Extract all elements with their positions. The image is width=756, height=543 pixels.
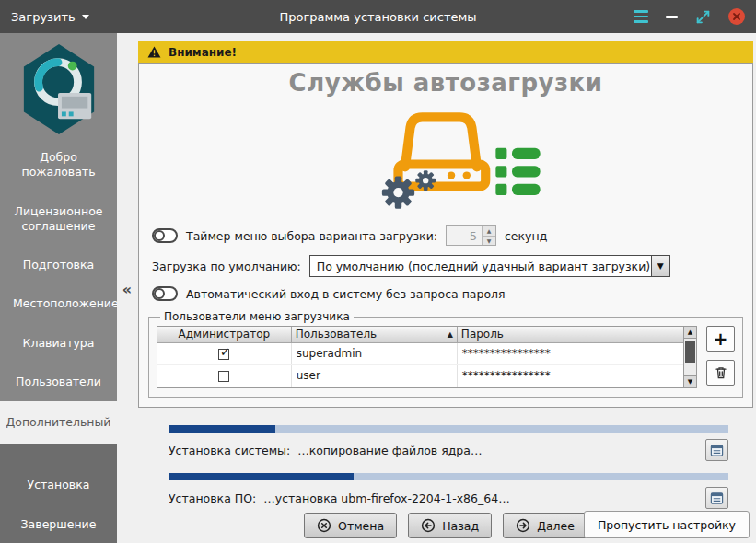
- software-progress-fill: [169, 473, 354, 480]
- system-progress-fill: [169, 425, 275, 433]
- page-title: Службы автозагрузки: [139, 69, 752, 97]
- software-log-button[interactable]: [705, 487, 728, 509]
- scroll-down-icon[interactable]: ▼: [684, 375, 697, 388]
- password-cell: ****************: [457, 342, 692, 364]
- caret-down-icon: [82, 15, 89, 19]
- toggle-knob: [154, 230, 165, 241]
- cancel-circle-icon: [317, 518, 331, 533]
- menu-icon[interactable]: [634, 10, 648, 23]
- software-progress-bar: [169, 473, 728, 480]
- back-button[interactable]: Назад: [408, 513, 492, 538]
- boot-timer-row: Таймер меню выбора варианта загрузки: ▲ …: [152, 225, 739, 246]
- column-header-password[interactable]: Пароль: [457, 327, 692, 342]
- delete-user-button[interactable]: [706, 360, 735, 386]
- default-boot-label: Загрузка по умолчанию:: [152, 260, 301, 273]
- users-table: Администратор Пользователь ▲ П: [157, 326, 692, 388]
- next-button[interactable]: Далее: [503, 513, 587, 538]
- sidebar-item-preparation[interactable]: Подготовка: [0, 246, 117, 284]
- user-cell: superadmin: [291, 342, 457, 364]
- back-label: Назад: [442, 519, 479, 533]
- boot-timer-value-input[interactable]: [447, 226, 482, 245]
- sidebar-item-welcome[interactable]: Добро пожаловать: [0, 138, 117, 192]
- autoload-illustration-icon: [139, 98, 752, 218]
- sidebar-item-location[interactable]: Местоположение: [0, 284, 117, 323]
- titlebar: Загрузить Программа установки системы: [0, 0, 756, 33]
- sidebar: Добро пожаловать Лицензионное соглашение…: [0, 33, 117, 543]
- scrollbar-thumb[interactable]: [685, 341, 695, 363]
- admin-checkbox[interactable]: [218, 371, 229, 382]
- system-progress-bar: [169, 425, 728, 433]
- maximize-button[interactable]: [695, 9, 711, 25]
- system-log-button[interactable]: [705, 439, 728, 461]
- spin-up-icon[interactable]: ▲: [483, 226, 495, 237]
- boot-timer-spinner[interactable]: ▲ ▼: [446, 225, 496, 246]
- toggle-knob: [154, 288, 165, 299]
- add-user-button[interactable]: +: [706, 326, 735, 352]
- sidebar-item-users[interactable]: Пользователи: [0, 363, 117, 401]
- default-boot-row: Загрузка по умолчанию: По умолчанию (пос…: [152, 255, 739, 277]
- spinner-buttons: ▲ ▼: [482, 226, 495, 245]
- cancel-label: Отмена: [338, 519, 384, 533]
- sidebar-item-installation[interactable]: Установка: [0, 466, 117, 504]
- minimize-button[interactable]: [666, 16, 678, 18]
- warning-icon: [147, 46, 161, 58]
- system-progress-status: …копирование файлов ядра…: [297, 444, 482, 457]
- warning-text: Внимание!: [169, 46, 237, 59]
- software-install-progress: Установка ПО: …установка ubm-firefox-220…: [169, 473, 728, 509]
- scroll-up-icon[interactable]: ▲: [684, 326, 697, 339]
- table-row[interactable]: ✓ superadmin ****************: [157, 342, 692, 364]
- sidebar-item-keyboard[interactable]: Клавиатура: [0, 324, 117, 363]
- column-header-user-label: Пользователь: [296, 328, 377, 341]
- back-arrow-icon: [421, 518, 436, 533]
- users-group-legend: Пользователи меню загрузчика: [160, 310, 354, 323]
- combo-dropdown-icon[interactable]: ▼: [651, 256, 669, 276]
- sidebar-item-additional[interactable]: Дополнительный: [0, 401, 117, 444]
- boot-timer-toggle[interactable]: [152, 228, 178, 243]
- table-row[interactable]: user ****************: [157, 364, 692, 387]
- footer: Отмена Назад Далее: [138, 509, 753, 540]
- cancel-button[interactable]: Отмена: [304, 513, 397, 538]
- admin-checkbox[interactable]: ✓: [218, 349, 229, 360]
- add-icon: +: [714, 329, 728, 349]
- column-header-admin[interactable]: Администратор: [157, 327, 291, 342]
- boot-timer-units: секунд: [505, 229, 547, 243]
- software-progress-status: …установка ubm-firefox-2204-1-x86_64…: [263, 491, 509, 505]
- warning-banner: Внимание!: [138, 41, 753, 63]
- table-action-buttons: +: [706, 326, 735, 386]
- default-boot-select[interactable]: По умолчанию (последний удачный вариант …: [309, 255, 670, 277]
- autologin-toggle[interactable]: [152, 286, 178, 301]
- autologin-row: Автоматический вход в систему без запрос…: [152, 286, 739, 301]
- scrollbar-track[interactable]: [684, 339, 697, 375]
- log-icon: [710, 491, 724, 505]
- system-install-progress: Установка системы: …копирование файлов я…: [169, 425, 728, 461]
- next-arrow-icon: [516, 518, 530, 533]
- close-icon: [732, 12, 741, 21]
- default-boot-value: По умолчанию (последний удачный вариант …: [310, 260, 651, 273]
- main-content: Внимание! Службы автозагрузки: [117, 33, 756, 543]
- sidebar-item-license[interactable]: Лицензионное соглашение: [0, 192, 117, 247]
- sort-ascending-icon: ▲: [448, 330, 453, 339]
- table-header-row: Администратор Пользователь ▲ П: [157, 327, 692, 342]
- load-menu-button[interactable]: Загрузить: [11, 10, 89, 24]
- boot-timer-label: Таймер меню выбора варианта загрузки:: [186, 229, 437, 243]
- checkbox-check-icon: ✓: [220, 346, 230, 358]
- sidebar-item-completion[interactable]: Завершение: [0, 505, 117, 543]
- autoload-services-panel: Службы автозагрузки: [138, 63, 753, 408]
- password-cell: ****************: [457, 364, 692, 387]
- spin-down-icon[interactable]: ▼: [483, 237, 495, 246]
- installer-window: Загрузить Программа установки системы: [0, 0, 756, 543]
- column-header-user[interactable]: Пользователь ▲: [291, 327, 457, 342]
- sidebar-pending-section: Установка Завершение: [0, 444, 117, 543]
- autologin-label: Автоматический вход в систему без запрос…: [186, 287, 506, 301]
- skip-settings-button[interactable]: Пропустить настройку: [584, 511, 750, 538]
- user-cell: user: [291, 364, 457, 387]
- installer-logo-icon: [0, 33, 117, 138]
- trash-icon: [714, 365, 728, 380]
- sidebar-collapse-handle[interactable]: «: [118, 276, 136, 302]
- system-progress-label: Установка системы:: [169, 444, 290, 457]
- next-label: Далее: [537, 519, 575, 533]
- bootloader-users-group: Пользователи меню загрузчика Администрат…: [148, 310, 743, 398]
- software-progress-label: Установка ПО:: [169, 491, 256, 505]
- table-scrollbar[interactable]: ▲ ▼: [683, 326, 697, 388]
- close-button[interactable]: [728, 8, 745, 25]
